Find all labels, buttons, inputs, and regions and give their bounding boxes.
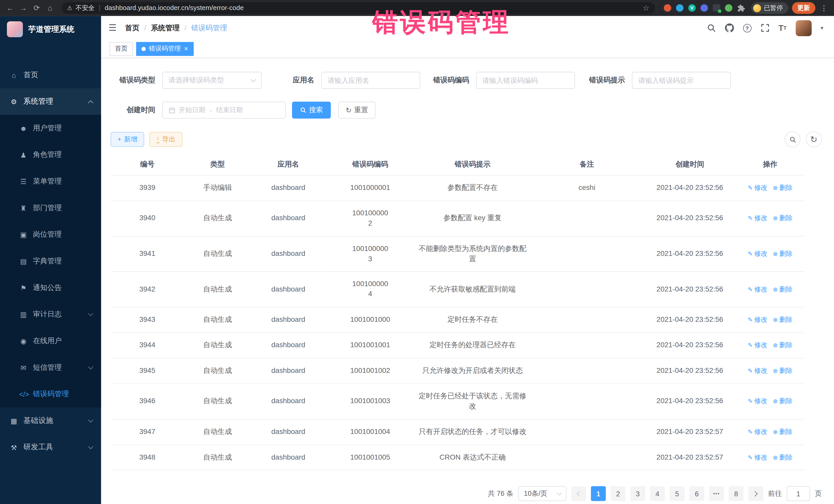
delete-link[interactable]: ⊗删除 — [773, 315, 793, 325]
bookmark-star-icon[interactable]: ☆ — [643, 4, 650, 12]
back-button[interactable]: ← — [5, 4, 15, 12]
error-type-select[interactable]: 请选择错误码类型 — [162, 72, 262, 89]
add-button[interactable]: + 新增 — [111, 132, 144, 147]
hide-search-button[interactable] — [785, 131, 800, 147]
reload-button[interactable]: ⟳ — [32, 4, 41, 12]
extensions-menu-icon[interactable] — [737, 4, 745, 12]
edit-link[interactable]: ✎修改 — [748, 183, 768, 193]
app-logo-row[interactable]: 芋道管理系统 — [0, 16, 101, 43]
sidebar-item-dept[interactable]: ♜部门管理 — [0, 195, 101, 221]
update-button[interactable]: 更新 — [792, 2, 815, 14]
sidebar-toggle-icon[interactable]: ☰ — [109, 22, 117, 34]
page-size-select[interactable]: 10条/页 — [518, 486, 567, 501]
home-button[interactable]: ⌂ — [45, 4, 54, 12]
error-code-input[interactable] — [476, 72, 575, 89]
font-size-icon[interactable]: TT — [778, 23, 787, 32]
browser-menu-icon[interactable]: ⋮ — [819, 4, 829, 12]
pager-more-button[interactable]: ••• — [709, 486, 724, 501]
on-badge-icon — [718, 9, 721, 13]
page-button-4[interactable]: 4 — [650, 486, 665, 501]
breadcrumb-home[interactable]: 首页 — [125, 23, 139, 32]
profile-paused-badge[interactable]: 已暂停 — [751, 2, 788, 14]
delete-link[interactable]: ⊗删除 — [773, 397, 793, 406]
delete-link[interactable]: ⊗删除 — [773, 428, 793, 437]
tag-close-icon[interactable]: × — [184, 45, 188, 52]
sidebar-item-notice[interactable]: ⚑通知公告 — [0, 275, 101, 301]
edit-link[interactable]: ✎修改 — [748, 315, 768, 325]
sidebar-item-infra[interactable]: ▦基础设施 — [0, 408, 101, 434]
address-bar[interactable]: ⚠ 不安全 dashboard.yudao.iocoder.cn/system/… — [62, 2, 655, 14]
create-time-range-picker[interactable]: 开始日期 - 结束日期 — [162, 102, 286, 118]
goto-page-input[interactable] — [787, 486, 810, 501]
breadcrumb-system[interactable]: 系统管理 — [151, 23, 180, 32]
sidebar-item-error-code[interactable]: </>错误码管理 — [0, 381, 101, 408]
user-menu-caret-icon[interactable]: ▾ — [821, 25, 823, 31]
tag-error-code-active[interactable]: 错误码管理 × — [136, 42, 194, 56]
cell-app: dashboard — [251, 272, 325, 307]
sidebar-item-home[interactable]: ⌂首页 — [0, 62, 101, 88]
delete-link[interactable]: ⊗删除 — [773, 183, 793, 193]
edit-link[interactable]: ✎修改 — [748, 249, 768, 259]
page-button-1[interactable]: 1 — [591, 486, 606, 501]
next-page-button[interactable] — [748, 486, 763, 501]
delete-link[interactable]: ⊗删除 — [773, 367, 793, 376]
page-button-5[interactable]: 5 — [670, 486, 685, 501]
sidebar-item-dict[interactable]: ▤字典管理 — [0, 248, 101, 275]
forward-button[interactable]: → — [19, 4, 28, 12]
edit-link[interactable]: ✎修改 — [748, 453, 768, 462]
sidebar-item-online-user[interactable]: ◉在线用户 — [0, 328, 101, 354]
error-message-input[interactable] — [632, 72, 731, 89]
search-button[interactable]: 搜索 — [292, 102, 331, 118]
fullscreen-icon[interactable] — [760, 23, 769, 32]
sidebar-item-post[interactable]: ▣岗位管理 — [0, 221, 101, 248]
extension-icon-red[interactable] — [664, 4, 671, 12]
cell-id: 3943 — [111, 307, 184, 333]
extension-icon-purple[interactable] — [701, 4, 708, 12]
edit-icon: ✎ — [748, 367, 753, 375]
github-icon[interactable] — [725, 23, 734, 32]
cell-id: 3941 — [111, 236, 184, 272]
page-button-8[interactable]: 8 — [729, 486, 744, 501]
reset-button[interactable]: ↻ 重置 — [338, 102, 375, 118]
sidebar-item-devtools[interactable]: ⚒研发工具 — [0, 434, 101, 461]
edit-link[interactable]: ✎修改 — [748, 214, 768, 223]
cell-actions: ✎修改⊗删除 — [736, 358, 804, 384]
sidebar-item-audit-log[interactable]: ▥审计日志 — [0, 301, 101, 328]
edit-icon: ✎ — [748, 428, 753, 436]
edit-link[interactable]: ✎修改 — [748, 285, 768, 294]
delete-link[interactable]: ⊗删除 — [773, 249, 793, 259]
delete-link[interactable]: ⊗删除 — [773, 285, 793, 294]
extension-icon-green[interactable] — [725, 4, 732, 12]
table-body: 3939手动编辑dashboard1001000001参数配置不存在ceshi2… — [111, 175, 804, 470]
filter-row-1: 错误码类型 请选择错误码类型 应用名 错误码编码 错误码提示 — [111, 72, 822, 89]
edit-link[interactable]: ✎修改 — [748, 367, 768, 376]
sidebar-item-system[interactable]: ⚙系统管理 — [0, 88, 101, 115]
delete-link[interactable]: ⊗删除 — [773, 214, 793, 223]
extension-icon-dark[interactable] — [712, 4, 720, 12]
export-button[interactable]: ↑ 导出 — [150, 132, 182, 147]
cell-type: 自动生成 — [184, 333, 251, 358]
delete-link[interactable]: ⊗删除 — [773, 341, 793, 350]
extension-icon-blue[interactable] — [676, 4, 683, 12]
user-avatar[interactable] — [796, 20, 812, 36]
dictionary-icon: ▤ — [19, 257, 28, 265]
page-button-2[interactable]: 2 — [611, 486, 626, 501]
edit-link[interactable]: ✎修改 — [748, 341, 768, 350]
search-icon[interactable] — [707, 23, 716, 32]
help-icon[interactable]: ? — [743, 24, 751, 32]
app-name-input[interactable] — [321, 72, 420, 89]
sidebar-item-role[interactable]: ♟角色管理 — [0, 141, 101, 168]
page-url: dashboard.yudao.iocoder.cn/system/error-… — [105, 4, 639, 12]
tag-home[interactable]: 首页 — [110, 42, 133, 56]
sidebar-item-menu[interactable]: ☰菜单管理 — [0, 168, 101, 195]
refresh-table-button[interactable]: ↻ — [806, 131, 822, 147]
extension-icon-v[interactable]: V — [688, 4, 696, 12]
edit-link[interactable]: ✎修改 — [748, 397, 768, 406]
page-button-3[interactable]: 3 — [630, 486, 645, 501]
page-button-6[interactable]: 6 — [689, 486, 704, 501]
edit-link[interactable]: ✎修改 — [748, 428, 768, 437]
prev-page-button[interactable] — [571, 486, 586, 501]
sidebar-item-sms[interactable]: ✉短信管理 — [0, 354, 101, 381]
delete-link[interactable]: ⊗删除 — [773, 453, 793, 462]
sidebar-item-user[interactable]: ☻用户管理 — [0, 115, 101, 141]
